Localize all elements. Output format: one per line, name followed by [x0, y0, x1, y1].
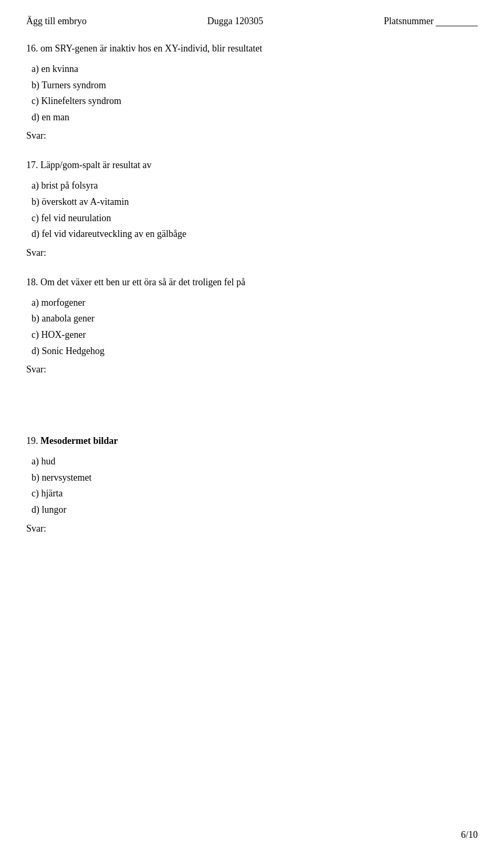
question-19-number: 19. — [26, 435, 40, 446]
platsnummer-field[interactable] — [436, 17, 478, 26]
question-18-number: 18. — [26, 277, 40, 287]
page-number: 6/10 — [461, 829, 478, 840]
q17-option-d: d) fel vid vidareutveckling av en gälbåg… — [32, 226, 478, 242]
question-19-text: 19. Mesodermet bildar — [26, 434, 478, 448]
q16-option-b: b) Turners syndrom — [32, 77, 478, 94]
q18-option-a: a) morfogener — [32, 295, 478, 311]
question-18: 18. Om det växer ett ben ur ett öra så ä… — [26, 275, 478, 375]
q19-option-c: c) hjärta — [32, 485, 478, 502]
question-17-body: Läpp/gom-spalt är resultat av — [40, 160, 151, 170]
question-18-body: Om det växer ett ben ur ett öra så är de… — [40, 277, 245, 287]
page-header: Ägg till embryo Dugga 120305 Platsnummer — [26, 16, 478, 27]
header-title-center: Dugga 120305 — [207, 16, 264, 27]
q18-option-d: d) Sonic Hedgehog — [32, 343, 478, 359]
q16-option-a: a) en kvinna — [32, 61, 478, 77]
question-16-options: a) en kvinna b) Turners syndrom c) Kline… — [32, 61, 478, 125]
question-17-text: 17. Läpp/gom-spalt är resultat av — [26, 158, 478, 172]
question-16-body: om SRY-genen är inaktiv hos en XY-indivi… — [40, 43, 262, 54]
question-18-text: 18. Om det växer ett ben ur ett öra så ä… — [26, 275, 478, 289]
q19-option-d: d) lungor — [32, 502, 478, 518]
q19-option-a: a) hud — [32, 453, 478, 470]
q17-svar: Svar: — [26, 247, 478, 258]
q19-svar: Svar: — [26, 523, 478, 534]
q16-option-c: c) Klinefelters syndrom — [32, 93, 478, 109]
q19-option-b: b) nervsystemet — [32, 470, 478, 486]
header-title-right: Platsnummer — [384, 16, 478, 27]
header-title-left: Ägg till embryo — [26, 16, 87, 27]
question-19: 19. Mesodermet bildar a) hud b) nervsyst… — [26, 434, 478, 534]
question-17-options: a) brist på folsyra b) överskott av A-vi… — [32, 178, 478, 242]
q18-svar: Svar: — [26, 364, 478, 375]
question-16: 16. om SRY-genen är inaktiv hos en XY-in… — [26, 41, 478, 141]
question-19-body: Mesodermet bildar — [40, 435, 118, 446]
question-16-number: 16. — [26, 43, 40, 54]
spacer — [26, 392, 478, 434]
question-17-number: 17. — [26, 160, 40, 170]
question-18-options: a) morfogener b) anabola gener c) HOX-ge… — [32, 295, 478, 359]
q18-option-c: c) HOX-gener — [32, 327, 478, 343]
question-16-text: 16. om SRY-genen är inaktiv hos en XY-in… — [26, 41, 478, 56]
platsnummer-label: Platsnummer — [384, 16, 434, 27]
q16-option-d: d) en man — [32, 109, 478, 126]
question-19-options: a) hud b) nervsystemet c) hjärta d) lung… — [32, 453, 478, 517]
q17-option-a: a) brist på folsyra — [32, 178, 478, 194]
q17-option-b: b) överskott av A-vitamin — [32, 194, 478, 210]
q17-option-c: c) fel vid neurulation — [32, 210, 478, 226]
q18-option-b: b) anabola gener — [32, 310, 478, 327]
question-17: 17. Läpp/gom-spalt är resultat av a) bri… — [26, 158, 478, 258]
q16-svar: Svar: — [26, 130, 478, 141]
